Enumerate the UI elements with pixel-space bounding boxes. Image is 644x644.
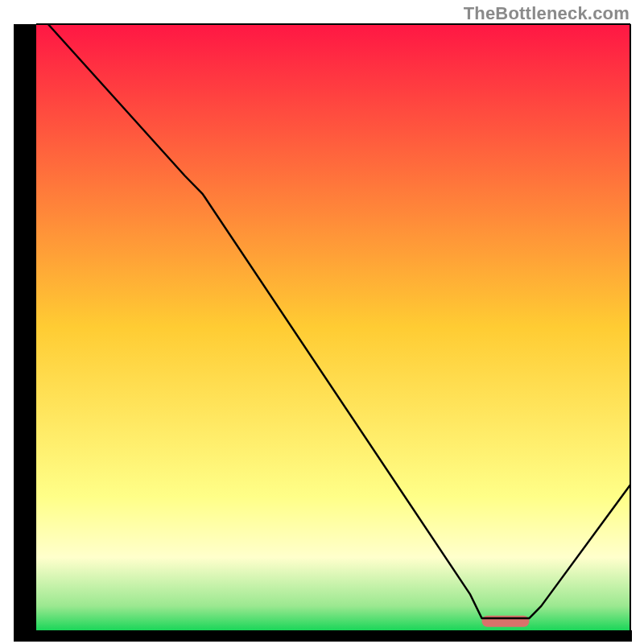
chart-container: TheBottleneck.com	[0, 0, 644, 644]
plot-background	[36, 24, 630, 630]
y-axis	[14, 24, 36, 642]
bottleneck-chart	[0, 0, 644, 644]
x-axis	[14, 630, 632, 642]
watermark-text: TheBottleneck.com	[464, 3, 630, 24]
